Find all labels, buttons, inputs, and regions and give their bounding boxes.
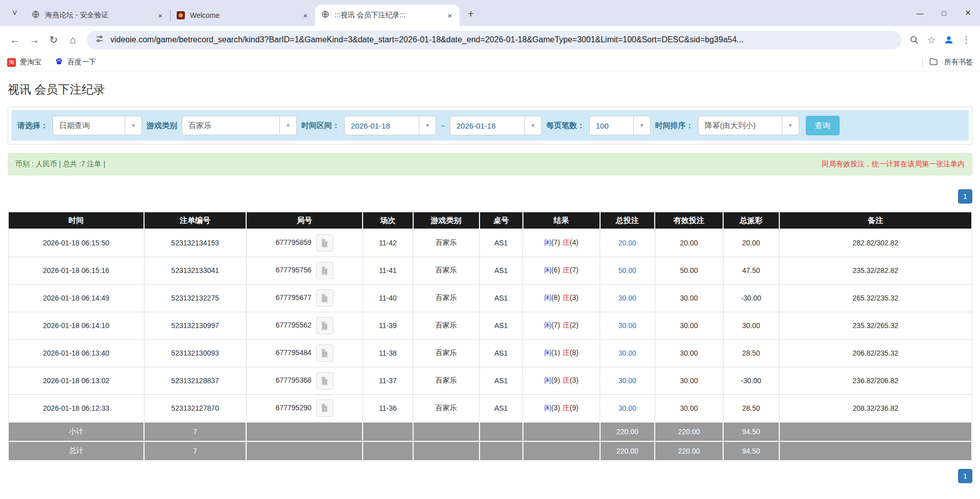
video-replay-button[interactable] <box>316 317 333 334</box>
forward-icon[interactable]: → <box>25 30 44 49</box>
tab-title: 海燕论坛 - 安全验证 <box>45 11 150 20</box>
reload-icon[interactable]: ↻ <box>44 30 63 49</box>
bet-records-table: 时间 注单编号 局号 场次 游戏类别 桌号 结果 总投注 有效投注 总派彩 备注… <box>8 211 972 461</box>
cell-bet-id: 523132130997 <box>144 312 246 339</box>
close-icon[interactable]: × <box>444 10 456 21</box>
new-tab-button[interactable]: + <box>463 6 479 22</box>
video-replay-button[interactable] <box>316 234 333 252</box>
cell-result: 闲(1)庄(8) <box>523 339 600 367</box>
cell-table: AS1 <box>480 312 523 339</box>
cell-session: 11-37 <box>363 367 413 394</box>
cell-payout: 28.50 <box>723 394 779 422</box>
profile-avatar[interactable] <box>940 31 958 48</box>
window-close-button[interactable]: × <box>956 0 980 26</box>
cell-session: 11-42 <box>363 229 413 257</box>
cell-note: 236.82/206.82 <box>779 367 972 394</box>
filter-bar: 请选择： 日期查询 ▼ 游戏类别 百家乐 ▼ 时间区间： 2026-01-18 … <box>11 110 969 141</box>
cell-time: 2026-01-18 06:12:33 <box>8 394 144 422</box>
cell-time: 2026-01-18 06:15:50 <box>8 229 144 257</box>
query-type-select[interactable]: 日期查询 ▼ <box>53 116 142 135</box>
per-page-select[interactable]: 100 ▼ <box>589 116 651 135</box>
cell-session: 11-39 <box>363 312 413 339</box>
chevron-down-icon: ˅ <box>12 9 17 18</box>
back-icon[interactable]: ← <box>5 30 25 49</box>
bet-amount-link[interactable]: 30.00 <box>618 349 636 357</box>
table-row: 2026-01-18 06:13:02 523132128837 6777953… <box>8 367 972 394</box>
site-settings-icon[interactable] <box>95 34 104 45</box>
cell-game: 百家乐 <box>413 367 480 394</box>
per-page-label: 每页笔数： <box>546 121 585 131</box>
bet-amount-link[interactable]: 30.00 <box>618 294 636 302</box>
close-icon[interactable]: × <box>300 10 311 21</box>
subtotal-label: 小计 <box>8 422 144 441</box>
sort-select[interactable]: 降幂(由大到小) ▼ <box>698 116 799 135</box>
minimize-button[interactable]: — <box>908 0 932 26</box>
game-category-select[interactable]: 百家乐 ▼ <box>182 116 297 135</box>
chevron-down-icon: ▼ <box>633 116 650 135</box>
video-replay-button[interactable] <box>316 262 333 279</box>
home-icon[interactable]: ⌂ <box>63 30 83 49</box>
bookmark-star-icon[interactable]: ☆ <box>923 31 940 48</box>
chevron-down-icon: ▼ <box>419 116 436 135</box>
tilde-separator: ~ <box>441 121 445 130</box>
tab-welcome[interactable]: Welcome × <box>171 5 315 26</box>
cell-time: 2026-01-18 06:14:49 <box>8 284 144 312</box>
cell-result: 闲(8)庄(3) <box>523 284 600 312</box>
video-replay-button[interactable] <box>316 372 333 389</box>
cell-payout: 20.00 <box>723 229 779 257</box>
baidu-paw-icon <box>55 57 63 67</box>
col-valid-bet: 有效投注 <box>655 212 723 229</box>
table-row: 2026-01-18 06:13:40 523132130093 6777954… <box>8 339 972 367</box>
tab-search-button[interactable]: ˅ <box>6 5 23 22</box>
close-icon[interactable]: × <box>155 10 166 21</box>
bet-amount-link[interactable]: 30.00 <box>618 377 636 385</box>
page-1-button[interactable]: 1 <box>958 189 972 204</box>
video-replay-button[interactable] <box>316 400 333 417</box>
date-end-select[interactable]: 2026-01-18 ▼ <box>450 116 542 135</box>
cell-time: 2026-01-18 06:13:40 <box>8 339 144 367</box>
address-bar[interactable]: videoie.com/game/betrecord_search/kind3?… <box>87 31 901 49</box>
tab-haiyan-forum[interactable]: 海燕论坛 - 安全验证 × <box>26 5 170 26</box>
all-bookmarks-label[interactable]: 所有书签 <box>944 58 973 67</box>
table-row: 2026-01-18 06:12:33 523132127870 6777952… <box>8 394 972 422</box>
cell-valid-bet: 30.00 <box>655 312 723 339</box>
bet-amount-link[interactable]: 30.00 <box>618 404 636 412</box>
cell-valid-bet: 30.00 <box>655 367 723 394</box>
site-favicon <box>177 11 185 19</box>
maximize-button[interactable]: □ <box>932 0 956 26</box>
query-button[interactable]: 查询 <box>806 116 840 135</box>
zoom-icon[interactable] <box>905 31 923 48</box>
bet-amount-link[interactable]: 30.00 <box>618 321 636 330</box>
tab-strip: ˅ 海燕论坛 - 安全验证 × Welcome × :::视讯 会员下注纪录::… <box>0 0 980 26</box>
col-result: 结果 <box>523 212 600 229</box>
menu-dots-icon[interactable]: ⋮ <box>958 31 975 48</box>
cell-game: 百家乐 <box>413 339 480 367</box>
page-1-button[interactable]: 1 <box>958 469 972 483</box>
cell-total-bet: 30.00 <box>600 284 655 312</box>
cell-time: 2026-01-18 06:14:10 <box>8 312 144 339</box>
filter-container: 请选择： 日期查询 ▼ 游戏类别 百家乐 ▼ 时间区间： 2026-01-18 … <box>8 107 972 144</box>
bookmarks-bar: 淘 爱淘宝 百度一下 所有书签 <box>0 54 980 71</box>
subtotal-count: 7 <box>144 422 246 441</box>
summary-bar: 币别 : 人民币 | 总共 :7 注单 | 同局有效投注，统一计算在该局第一张注… <box>8 153 972 176</box>
cell-note: 282.82/302.82 <box>779 229 972 257</box>
bookmark-baidu[interactable]: 百度一下 <box>55 57 96 67</box>
bookmark-label: 爱淘宝 <box>20 58 41 67</box>
bookmark-taobao[interactable]: 淘 爱淘宝 <box>7 58 41 67</box>
cell-session: 11-41 <box>363 257 413 284</box>
pagination-bottom: 1 <box>8 469 972 483</box>
date-start-select[interactable]: 2026-01-18 ▼ <box>344 116 436 135</box>
date-range-label: 时间区间： <box>301 121 340 131</box>
tab-bet-records[interactable]: :::视讯 会员下注纪录::: × <box>315 5 460 26</box>
chevron-down-icon: ▼ <box>279 116 296 135</box>
video-replay-button[interactable] <box>316 289 333 307</box>
select-type-label: 请选择： <box>17 121 48 131</box>
cell-valid-bet: 20.00 <box>655 229 723 257</box>
cell-valid-bet: 30.00 <box>655 284 723 312</box>
video-replay-button[interactable] <box>316 344 333 362</box>
col-bet-id: 注单编号 <box>144 212 246 229</box>
bet-amount-link[interactable]: 50.00 <box>618 266 636 275</box>
bet-amount-link[interactable]: 20.00 <box>618 239 636 247</box>
cell-valid-bet: 30.00 <box>655 339 723 367</box>
subtotal-payout: 94.50 <box>723 422 779 441</box>
